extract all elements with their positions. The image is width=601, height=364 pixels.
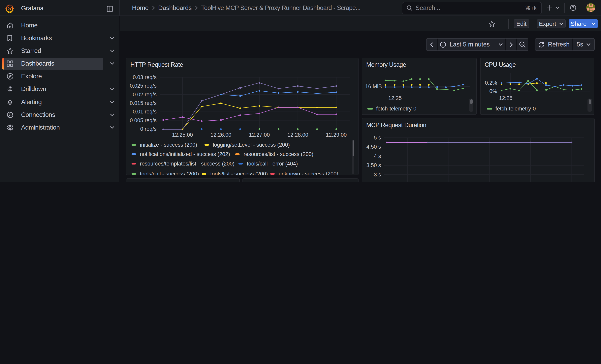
svg-text:4 s: 4 s xyxy=(374,153,381,159)
svg-text:12:26:00: 12:26:00 xyxy=(210,132,231,138)
svg-text:3 s: 3 s xyxy=(374,171,381,177)
svg-text:12:29:00: 12:29:00 xyxy=(326,132,347,138)
svg-text:fetch-telemetry-0: fetch-telemetry-0 xyxy=(495,106,536,111)
svg-text:0.01 req/s: 0.01 req/s xyxy=(133,108,157,114)
svg-text:0.025 req/s: 0.025 req/s xyxy=(130,83,157,89)
svg-text:tools/list - success (200): tools/list - success (200) xyxy=(210,171,268,175)
svg-text:0%: 0% xyxy=(489,88,497,94)
svg-text:4.50 s: 4.50 s xyxy=(367,144,381,150)
svg-text:12:27:00: 12:27:00 xyxy=(249,132,270,138)
svg-text:12:28:00: 12:28:00 xyxy=(287,132,308,138)
svg-text:resources/templates/list - suc: resources/templates/list - success (200) xyxy=(140,160,234,167)
svg-text:fetch-telemetry-0: fetch-telemetry-0 xyxy=(376,106,417,111)
svg-text:unknown - success (200): unknown - success (200) xyxy=(279,171,338,175)
svg-text:16 MiB: 16 MiB xyxy=(365,83,382,89)
svg-text:0.2%: 0.2% xyxy=(485,80,497,86)
svg-text:0 req/s: 0 req/s xyxy=(140,126,157,132)
svg-text:tools/call - error (404): tools/call - error (404) xyxy=(247,160,298,167)
svg-text:12:25: 12:25 xyxy=(388,95,402,101)
svg-text:notifications/initialized - su: notifications/initialized - success (202… xyxy=(140,151,230,157)
svg-text:logging/setLevel - success (20: logging/setLevel - success (200) xyxy=(213,142,290,148)
svg-text:0.03 req/s: 0.03 req/s xyxy=(133,74,157,80)
svg-text:tools/call - success (200): tools/call - success (200) xyxy=(140,171,199,175)
svg-text:initialize - success (200): initialize - success (200) xyxy=(140,142,197,148)
svg-text:0.005 req/s: 0.005 req/s xyxy=(130,117,157,123)
svg-text:2.50 s: 2.50 s xyxy=(367,181,381,182)
svg-text:5 s: 5 s xyxy=(374,135,381,140)
svg-text:0.02 req/s: 0.02 req/s xyxy=(133,91,157,97)
svg-text:0.015 req/s: 0.015 req/s xyxy=(130,100,157,106)
svg-text:12:25:00: 12:25:00 xyxy=(172,132,193,138)
svg-text:resources/list - success (200): resources/list - success (200) xyxy=(244,151,313,157)
svg-text:12:25: 12:25 xyxy=(499,95,512,101)
svg-text:3.50 s: 3.50 s xyxy=(367,162,381,168)
